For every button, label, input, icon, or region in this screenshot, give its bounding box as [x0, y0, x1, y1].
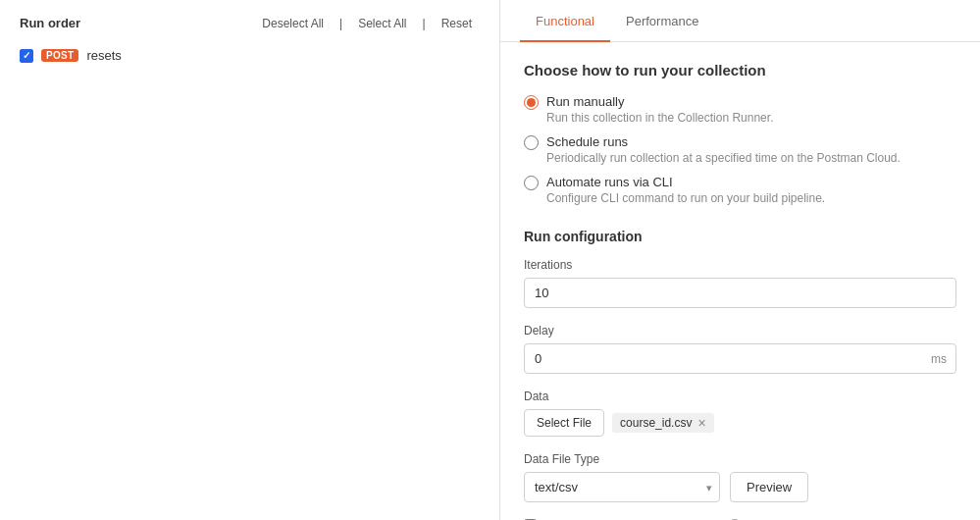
run-options: Run manually Run this collection in the … [524, 94, 956, 205]
tab-performance[interactable]: Performance [610, 0, 714, 42]
right-panel: Functional Performance Choose how to run… [500, 0, 980, 520]
automate-cli-label: Automate runs via CLI [546, 175, 825, 189]
delay-unit: ms [931, 352, 947, 366]
run-order-header: Run order Deselect All | Select All | Re… [20, 16, 480, 30]
data-file-type-label: Data File Type [524, 452, 956, 466]
select-file-button[interactable]: Select File [524, 409, 604, 437]
radio-schedule-runs[interactable] [524, 135, 539, 150]
choose-title: Choose how to run your collection [524, 62, 956, 78]
run-order-title: Run order [20, 16, 80, 30]
option-automate-cli: Automate runs via CLI Configure CLI comm… [524, 175, 956, 205]
delay-group: Delay ms [524, 324, 956, 374]
schedule-runs-desc: Periodically run collection at a specifi… [546, 151, 901, 165]
option-schedule-runs: Schedule runs Periodically run collectio… [524, 134, 956, 165]
config-title: Run configuration [524, 229, 956, 244]
iterations-input[interactable] [524, 278, 956, 308]
preview-button[interactable]: Preview [730, 472, 808, 502]
delay-wrapper: ms [524, 343, 956, 374]
divider-1: | [332, 17, 350, 30]
data-row: Select File course_id.csv × [524, 409, 956, 437]
tab-functional[interactable]: Functional [520, 0, 610, 42]
type-select-wrapper: text/csv application/json ▾ [524, 472, 720, 502]
iterations-group: Iterations [524, 258, 956, 308]
request-name: resets [86, 48, 121, 63]
header-actions: Deselect All | Select All | Reset [254, 17, 480, 30]
select-all-button[interactable]: Select All [350, 17, 414, 30]
run-manually-label: Run manually [546, 94, 773, 109]
delay-label: Delay [524, 324, 956, 338]
type-row: text/csv application/json ▾ Preview [524, 472, 956, 502]
request-checkbox[interactable] [20, 49, 33, 63]
data-group: Data Select File course_id.csv × [524, 390, 956, 437]
left-panel: Run order Deselect All | Select All | Re… [0, 0, 500, 520]
run-manually-desc: Run this collection in the Collection Ru… [546, 111, 773, 125]
request-item: POST resets [20, 44, 480, 67]
automate-cli-desc: Configure CLI command to run on your bui… [546, 191, 825, 205]
deselect-all-button[interactable]: Deselect All [254, 17, 332, 30]
data-file-type-group: Data File Type text/csv application/json… [524, 452, 956, 502]
schedule-runs-label: Schedule runs [546, 134, 901, 149]
type-select[interactable]: text/csv application/json [524, 472, 720, 502]
iterations-label: Iterations [524, 258, 956, 272]
method-badge: POST [41, 49, 78, 62]
radio-run-manually[interactable] [524, 95, 539, 110]
delay-input[interactable] [524, 343, 956, 374]
divider-2: | [415, 17, 434, 30]
content: Choose how to run your collection Run ma… [500, 42, 980, 520]
option-run-manually: Run manually Run this collection in the … [524, 94, 956, 125]
reset-button[interactable]: Reset [434, 17, 480, 30]
file-tag: course_id.csv × [612, 413, 714, 433]
file-remove-icon[interactable]: × [697, 416, 705, 430]
radio-automate-cli[interactable] [524, 176, 539, 190]
data-label: Data [524, 390, 956, 403]
file-name: course_id.csv [620, 416, 692, 430]
tabs: Functional Performance [500, 0, 980, 42]
